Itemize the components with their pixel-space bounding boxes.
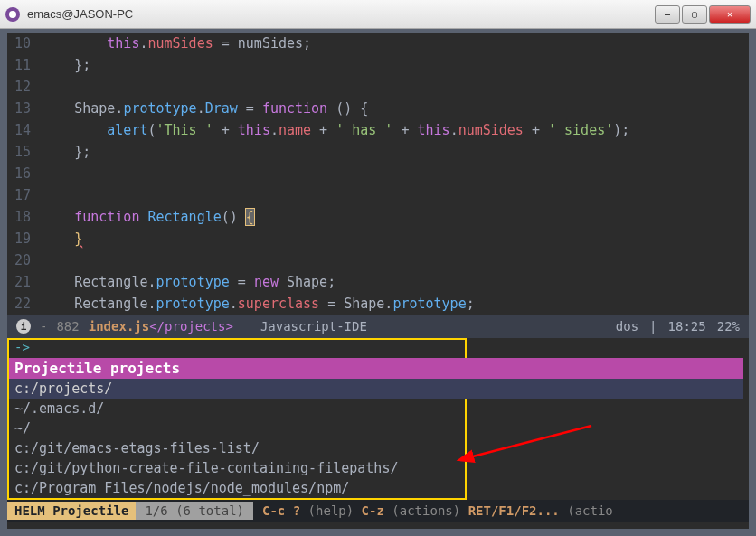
annotation-highlight: -> Projectile projects c:/projects/~/.em… xyxy=(7,338,467,500)
helm-item[interactable]: ~/ xyxy=(9,418,743,438)
helm-modeline: HELM Projectile 1/6 (6 total) C-c ? (hel… xyxy=(7,500,749,522)
line-number: 20 xyxy=(14,249,31,271)
helm-ml-count: 1/6 (6 total) xyxy=(136,502,253,520)
minimize-button[interactable] xyxy=(655,5,680,24)
modeline-size: 882 xyxy=(56,319,79,334)
code-line[interactable]: function Rectangle() { xyxy=(42,206,629,228)
line-number-gutter: 10111213141516171819202122 xyxy=(7,33,42,315)
line-number: 22 xyxy=(14,293,31,315)
modeline-eol: dos xyxy=(616,319,638,334)
line-number: 21 xyxy=(14,271,31,293)
modeline-pct: 22% xyxy=(717,319,740,334)
code-line[interactable] xyxy=(42,76,629,98)
helm-item[interactable]: ~/.emacs.d/ xyxy=(9,399,743,418)
helm-pane: -> Projectile projects c:/projects/~/.em… xyxy=(7,338,749,522)
code-line[interactable]: this.numSides = numSides; xyxy=(42,33,629,54)
line-number: 17 xyxy=(14,184,31,206)
line-number: 12 xyxy=(14,76,31,98)
helm-prompt[interactable]: -> xyxy=(9,340,465,358)
helm-ml-title: HELM Projectile xyxy=(7,502,136,520)
helm-header: Projectile projects xyxy=(9,358,743,379)
modeline-project: </projects> xyxy=(149,319,233,334)
line-number: 19 xyxy=(14,228,31,249)
modeline: i - 882 index.js</projects> Javascript-I… xyxy=(7,315,749,338)
line-number: 11 xyxy=(14,54,31,76)
helm-ml-help: C-c ? (help) C-z (actions) RET/F1/F2... … xyxy=(253,503,622,518)
code-line[interactable] xyxy=(42,249,629,271)
app-icon xyxy=(5,7,20,22)
code-line[interactable]: Rectangle.prototype = new Shape; xyxy=(42,271,629,293)
line-number: 14 xyxy=(14,119,31,141)
modeline-buffer: index.js xyxy=(89,319,149,334)
line-number: 18 xyxy=(14,206,31,228)
maximize-button[interactable] xyxy=(682,5,707,24)
close-button[interactable] xyxy=(709,5,751,24)
code-line[interactable]: }; xyxy=(42,141,629,163)
code-line[interactable]: Shape.prototype.Draw = function () { xyxy=(42,98,629,119)
info-icon: i xyxy=(16,319,31,334)
line-number: 13 xyxy=(14,98,31,119)
helm-item[interactable]: c:/Program Files/nodejs/node_modules/npm… xyxy=(9,478,743,498)
code-line[interactable]: alert('This ' + this.name + ' has ' + th… xyxy=(42,119,629,141)
helm-item[interactable]: c:/projects/ xyxy=(9,379,743,399)
window-controls xyxy=(655,5,751,24)
code-content[interactable]: this.numSides = numSides; }; Shape.proto… xyxy=(42,33,629,315)
code-line[interactable] xyxy=(42,163,629,184)
helm-list[interactable]: c:/projects/~/.emacs.d/~/c:/git/emacs-et… xyxy=(9,379,743,498)
code-line[interactable]: }; xyxy=(42,54,629,76)
code-line[interactable]: } xyxy=(42,228,629,249)
line-number: 10 xyxy=(14,33,31,54)
helm-item[interactable]: c:/git/python-create-file-containing-fil… xyxy=(9,458,743,478)
code-line[interactable]: Rectangle.prototype.superclass = Shape.p… xyxy=(42,293,629,315)
line-number: 15 xyxy=(14,141,31,163)
modeline-dash: - xyxy=(40,319,47,334)
modeline-sep: | xyxy=(649,319,657,334)
window-title: emacs@JASON-PC xyxy=(27,7,133,21)
editor-area: 10111213141516171819202122 this.numSides… xyxy=(7,33,749,529)
modeline-mode: Javascript-IDE xyxy=(260,319,367,334)
helm-item[interactable]: c:/git/emacs-etags-files-list/ xyxy=(9,438,743,458)
code-pane[interactable]: 10111213141516171819202122 this.numSides… xyxy=(7,33,749,315)
modeline-line: 18:25 xyxy=(668,319,706,334)
titlebar[interactable]: emacs@JASON-PC xyxy=(0,0,756,29)
line-number: 16 xyxy=(14,163,31,184)
code-line[interactable] xyxy=(42,184,629,206)
